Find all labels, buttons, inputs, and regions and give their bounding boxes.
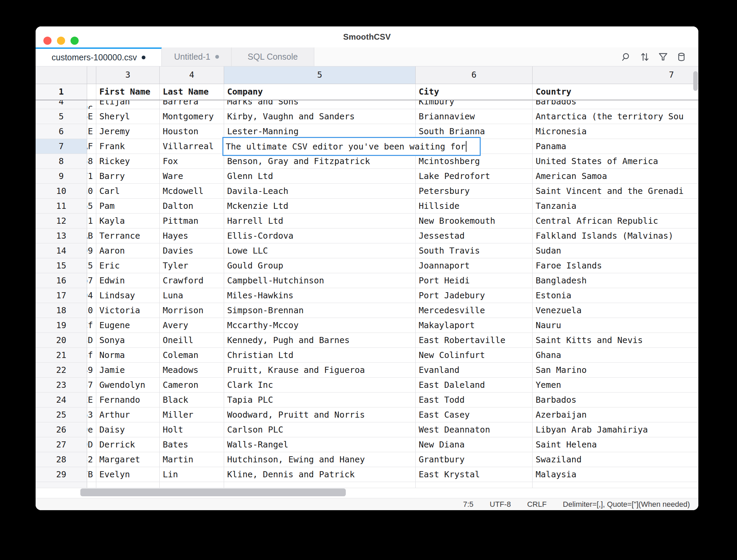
company-cell[interactable]: Simpson-Brennan [224, 303, 416, 318]
company-cell[interactable]: Harrell Ltd [224, 214, 416, 228]
company-cell[interactable]: Christian Ltd [224, 348, 416, 362]
last-name-cell[interactable]: Martin [160, 452, 224, 467]
row-number-cell[interactable]: 8 [36, 154, 87, 168]
last-name-cell[interactable]: Pittman [160, 214, 224, 228]
company-cell[interactable]: Ellis-Cordova [224, 228, 416, 243]
customer-id-fragment-cell[interactable]: Cf [87, 318, 96, 333]
country-cell[interactable]: Falkland Islands (Malvinas) [533, 228, 698, 243]
first-name-cell[interactable]: Rickey [96, 154, 160, 168]
row-number-cell[interactable]: 20 [36, 333, 87, 347]
last-name-cell[interactable]: Oneill [160, 333, 224, 347]
first-name-cell[interactable]: Derrick [96, 437, 160, 452]
city-cell[interactable]: Lake Pedrofort [416, 169, 533, 183]
row-number-cell[interactable]: 27 [36, 437, 87, 452]
company-cell[interactable]: Tapia PLC [224, 393, 416, 407]
last-name-cell[interactable]: Montgomery [160, 109, 224, 124]
city-cell[interactable]: Kimbury [416, 100, 533, 109]
first-name-cell[interactable]: Aaron [96, 243, 160, 258]
company-cell[interactable]: Mccarthy-Mccoy [224, 318, 416, 333]
country-cell[interactable]: Barbados [533, 393, 698, 407]
filter-icon[interactable] [658, 52, 668, 62]
row-number-cell[interactable]: 9 [36, 169, 87, 183]
city-cell[interactable]: Grantbury [416, 452, 533, 467]
first-name-cell[interactable]: Gwendolyn [96, 378, 160, 392]
first-name-cell[interactable]: Pam [96, 199, 160, 213]
city-cell[interactable]: Port Heidi [416, 273, 533, 288]
status-encoding[interactable]: UTF-8 [490, 500, 511, 509]
customer-id-fragment-cell[interactable]: 9c [87, 100, 96, 109]
last-name-cell[interactable]: Morrison [160, 303, 224, 318]
first-name-cell[interactable]: Elijah [96, 100, 160, 109]
city-cell[interactable]: Port Jadebury [416, 288, 533, 303]
empty-cell[interactable] [160, 482, 224, 488]
row-number-cell[interactable]: 4 [36, 100, 87, 109]
country-cell[interactable]: Micronesia [533, 124, 698, 139]
row-number-cell[interactable]: 26 [36, 422, 87, 437]
row-number-cell[interactable]: 1 [36, 84, 87, 100]
first-name-cell[interactable]: Victoria [96, 303, 160, 318]
company-cell[interactable]: Lester-Manning [224, 124, 416, 139]
column-header-3[interactable]: 3 [96, 66, 160, 84]
customer-id-fragment-cell[interactable]: 99 [87, 243, 96, 258]
company-cell[interactable]: Gould Group [224, 258, 416, 273]
first-name-cell[interactable]: Kayla [96, 214, 160, 228]
last-name-cell[interactable]: Houston [160, 124, 224, 139]
header-cell[interactable]: Last Name [160, 84, 224, 100]
company-cell[interactable]: Marks and Sons [224, 100, 416, 109]
status-delimiter[interactable]: Delimiter=[,], Quote=["](When needed) [563, 500, 690, 509]
row-number-cell[interactable]: 13 [36, 228, 87, 243]
row-number-cell[interactable]: 16 [36, 273, 87, 288]
customer-id-fragment-cell[interactable]: AF [87, 139, 96, 154]
last-name-cell[interactable]: Cameron [160, 378, 224, 392]
row-number-cell[interactable]: 23 [36, 378, 87, 392]
first-name-cell[interactable]: Terrance [96, 228, 160, 243]
company-cell[interactable]: Miles-Hawkins [224, 288, 416, 303]
country-cell[interactable]: Barbados [533, 100, 698, 109]
first-name-cell[interactable]: Lindsay [96, 288, 160, 303]
first-name-cell[interactable]: Daisy [96, 422, 160, 437]
column-header-4[interactable]: 4 [160, 66, 224, 84]
city-cell[interactable]: Joannaport [416, 258, 533, 273]
customer-id-fragment-cell[interactable]: 65 [87, 199, 96, 213]
empty-cell[interactable] [87, 482, 96, 488]
first-name-cell[interactable]: Norma [96, 348, 160, 362]
city-cell[interactable]: New Diana [416, 437, 533, 452]
status-line-ending[interactable]: CRLF [527, 500, 546, 509]
column-header-7[interactable]: 7 [533, 66, 698, 84]
last-name-cell[interactable]: Luna [160, 288, 224, 303]
minimize-button[interactable] [57, 37, 65, 45]
customer-id-fragment-cell[interactable]: 04 [87, 288, 96, 303]
country-cell[interactable]: United States of America [533, 154, 698, 168]
country-cell[interactable]: Sudan [533, 243, 698, 258]
company-cell[interactable]: Mckenzie Ltd [224, 199, 416, 213]
country-cell[interactable]: Faroe Islands [533, 258, 698, 273]
city-cell[interactable]: South Travis [416, 243, 533, 258]
company-cell[interactable]: Benson, Gray and Fitzpatrick [224, 154, 416, 168]
country-cell[interactable]: American Samoa [533, 169, 698, 183]
customer-id-fragment-cell[interactable]: 57 [87, 378, 96, 392]
customer-id-fragment-cell[interactable]: 49 [87, 363, 96, 377]
first-name-cell[interactable]: Margaret [96, 452, 160, 467]
company-cell[interactable]: Pruitt, Krause and Figueroa [224, 363, 416, 377]
row-number-cell[interactable]: 28 [36, 452, 87, 467]
customer-id-fragment-cell[interactable]: 0e [87, 422, 96, 437]
row-number-cell[interactable]: 12 [36, 214, 87, 228]
company-cell[interactable]: Hutchinson, Ewing and Haney [224, 452, 416, 467]
first-name-cell[interactable]: Edwin [96, 273, 160, 288]
country-cell[interactable]: Central African Republic [533, 214, 698, 228]
row-number-cell[interactable]: 24 [36, 393, 87, 407]
row-number-cell[interactable]: 15 [36, 258, 87, 273]
row-number-cell[interactable]: 29 [36, 467, 87, 482]
customer-id-fragment-cell[interactable]: b7 [87, 273, 96, 288]
country-cell[interactable]: Ghana [533, 348, 698, 362]
row-number-cell[interactable]: 19 [36, 318, 87, 333]
row-number-cell[interactable]: 17 [36, 288, 87, 303]
first-name-cell[interactable]: Arthur [96, 407, 160, 422]
city-cell[interactable]: West Deannaton [416, 422, 533, 437]
customer-id-fragment-cell[interactable]: 63 [87, 407, 96, 422]
sort-icon[interactable] [640, 52, 650, 62]
customer-id-fragment-cell[interactable]: 68 [87, 154, 96, 168]
country-cell[interactable]: Nauru [533, 318, 698, 333]
last-name-cell[interactable]: Coleman [160, 348, 224, 362]
customer-id-fragment-cell[interactable]: 0D [87, 437, 96, 452]
